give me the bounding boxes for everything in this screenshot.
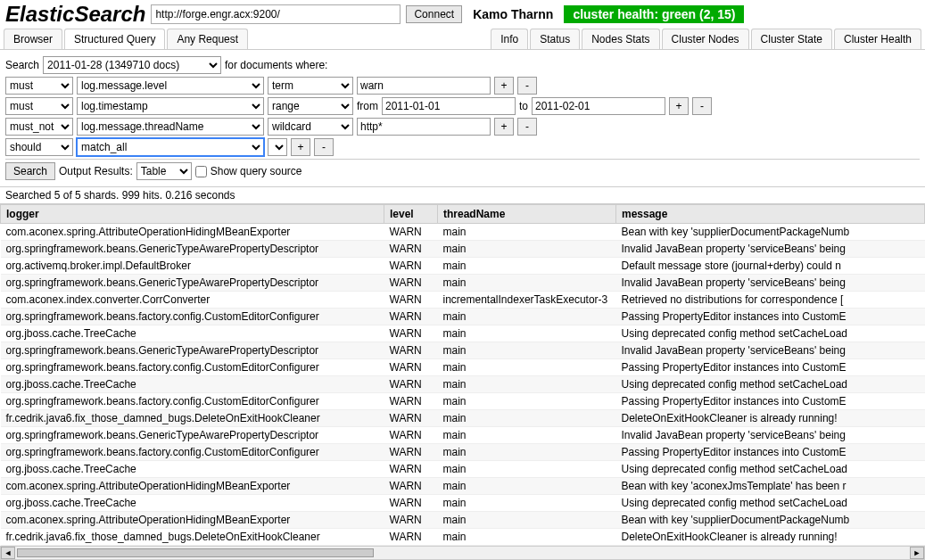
scroll-right-arrow[interactable]: ► <box>910 547 924 559</box>
to-label: to <box>519 100 528 112</box>
tab-cluster-state[interactable]: Cluster State <box>751 29 832 49</box>
remove-clause-button[interactable]: - <box>692 97 712 115</box>
cell-logger: com.aconex.index.converter.CorrConverter <box>1 292 384 309</box>
horizontal-scrollbar[interactable]: ◄ ► <box>0 546 925 560</box>
cell-msg: Using deprecated config method setCacheL… <box>616 461 925 478</box>
bool-select[interactable]: must_not <box>5 118 73 136</box>
table-row[interactable]: org.springframework.beans.factory.config… <box>1 444 925 461</box>
table-row[interactable]: com.aconex.spring.AttributeOperationHidi… <box>1 512 925 529</box>
cell-level: WARN <box>384 495 438 512</box>
column-header-logger[interactable]: logger <box>1 205 384 224</box>
table-row[interactable]: org.jboss.cache.TreeCacheWARNmainUsing d… <box>1 461 925 478</box>
cell-level: WARN <box>384 241 438 258</box>
tab-browser[interactable]: Browser <box>4 29 62 49</box>
table-row[interactable]: fr.cedrik.java6.fix_those_damned_bugs.De… <box>1 410 925 427</box>
empty-select[interactable] <box>268 138 287 156</box>
column-header-level[interactable]: level <box>384 205 438 224</box>
from-label: from <box>357 100 378 112</box>
cell-msg: Bean with key 'aconexJmsTemplate' has be… <box>616 478 925 495</box>
cell-msg: DeleteOnExitHookCleaner is already runni… <box>616 529 925 546</box>
bool-select[interactable]: must <box>5 97 73 115</box>
table-row[interactable]: org.jboss.cache.TreeCacheWARNmainUsing d… <box>1 325 925 342</box>
cell-logger: org.springframework.beans.factory.config… <box>1 444 384 461</box>
add-clause-button[interactable]: + <box>494 118 514 136</box>
cell-logger: fr.cedrik.java6.fix_those_damned_bugs.De… <box>1 529 384 546</box>
cell-logger: org.jboss.cache.TreeCache <box>1 376 384 393</box>
table-row[interactable]: org.springframework.beans.factory.config… <box>1 393 925 410</box>
table-row[interactable]: org.jboss.cache.TreeCacheWARNmainUsing d… <box>1 376 925 393</box>
cell-level: WARN <box>384 359 438 376</box>
value-input[interactable] <box>357 77 491 95</box>
value-input[interactable] <box>357 118 491 136</box>
tab-status[interactable]: Status <box>530 29 580 49</box>
search-button[interactable]: Search <box>5 162 55 180</box>
cell-level: WARN <box>384 292 438 309</box>
tab-nodes-stats[interactable]: Nodes Stats <box>582 29 659 49</box>
add-clause-button[interactable]: + <box>291 138 310 156</box>
table-row[interactable]: com.aconex.spring.AttributeOperationHidi… <box>1 224 925 241</box>
remove-clause-button[interactable]: - <box>517 118 537 136</box>
remove-clause-button[interactable]: - <box>517 77 537 95</box>
cell-thread: main <box>438 495 616 512</box>
cell-msg: DeleteOnExitHookCleaner is already runni… <box>616 410 925 427</box>
value-input[interactable] <box>382 97 516 115</box>
table-row[interactable]: fr.cedrik.java6.fix_those_damned_bugs.De… <box>1 529 925 546</box>
cell-thread: main <box>438 325 616 342</box>
cluster-health-badge: cluster health: green (2, 15) <box>564 5 744 23</box>
output-results-label: Output Results: <box>59 165 133 177</box>
table-row[interactable]: org.springframework.beans.factory.config… <box>1 359 925 376</box>
results-summary: Searched 5 of 5 shards. 999 hits. 0.216 … <box>0 186 925 204</box>
scroll-left-arrow[interactable]: ◄ <box>1 547 15 559</box>
connect-button[interactable]: Connect <box>406 5 462 23</box>
value2-input[interactable] <box>532 97 665 115</box>
table-row[interactable]: org.springframework.beans.GenericTypeAwa… <box>1 427 925 444</box>
table-row[interactable]: org.springframework.beans.GenericTypeAwa… <box>1 275 925 292</box>
cell-level: WARN <box>384 325 438 342</box>
cell-thread: main <box>438 478 616 495</box>
field-select[interactable]: log.timestamp <box>77 97 264 115</box>
table-row[interactable]: org.jboss.cache.TreeCacheWARNmainUsing d… <box>1 495 925 512</box>
table-row[interactable]: org.activemq.broker.impl.DefaultBrokerWA… <box>1 258 925 275</box>
field-select[interactable]: log.message.level <box>77 77 264 95</box>
table-row[interactable]: org.springframework.beans.GenericTypeAwa… <box>1 241 925 258</box>
cluster-url-input[interactable] <box>151 4 401 24</box>
tab-structured-query[interactable]: Structured Query <box>64 29 165 49</box>
column-header-threadName[interactable]: threadName <box>438 205 616 224</box>
tab-any-request[interactable]: Any Request <box>167 29 248 49</box>
cell-msg: Invalid JavaBean property 'serviceBeans'… <box>616 342 925 359</box>
operator-select[interactable]: wildcard <box>268 118 353 136</box>
add-clause-button[interactable]: + <box>494 77 514 95</box>
cell-thread: incrementalIndexerTaskExecutor-3 <box>438 292 616 309</box>
cell-level: WARN <box>384 410 438 427</box>
username-label: Kamo Tharnn <box>473 7 553 21</box>
cell-level: WARN <box>384 512 438 529</box>
scroll-thumb[interactable] <box>17 548 374 557</box>
remove-clause-button[interactable]: - <box>314 138 334 156</box>
add-clause-button[interactable]: + <box>669 97 689 115</box>
bool-select[interactable]: must <box>5 77 73 95</box>
operator-select[interactable]: term <box>268 77 353 95</box>
tab-cluster-nodes[interactable]: Cluster Nodes <box>662 29 749 49</box>
cell-logger: com.aconex.spring.AttributeOperationHidi… <box>1 224 384 241</box>
index-select[interactable]: 2011-01-28 (1349710 docs) <box>43 56 221 74</box>
cell-thread: main <box>438 342 616 359</box>
field-select[interactable]: match_all <box>77 138 264 156</box>
cell-level: WARN <box>384 258 438 275</box>
field-select[interactable]: log.message.threadName <box>77 118 264 136</box>
output-format-select[interactable]: Table <box>136 162 192 180</box>
table-row[interactable]: org.springframework.beans.factory.config… <box>1 309 925 325</box>
table-row[interactable]: com.aconex.index.converter.CorrConverter… <box>1 292 925 309</box>
table-row[interactable]: org.springframework.beans.GenericTypeAwa… <box>1 342 925 359</box>
cell-msg: Using deprecated config method setCacheL… <box>616 495 925 512</box>
cell-thread: main <box>438 376 616 393</box>
bool-select[interactable]: should <box>5 138 73 156</box>
tab-info[interactable]: Info <box>491 29 528 49</box>
show-query-source-checkbox[interactable] <box>195 166 207 177</box>
cell-level: WARN <box>384 529 438 546</box>
show-query-source-label: Show query source <box>211 165 302 177</box>
tab-cluster-health[interactable]: Cluster Health <box>834 29 921 49</box>
column-header-message[interactable]: message <box>616 205 925 224</box>
cell-msg: Passing PropertyEditor instances into Cu… <box>616 359 925 376</box>
operator-select[interactable]: range <box>268 97 353 115</box>
table-row[interactable]: com.aconex.spring.AttributeOperationHidi… <box>1 478 925 495</box>
